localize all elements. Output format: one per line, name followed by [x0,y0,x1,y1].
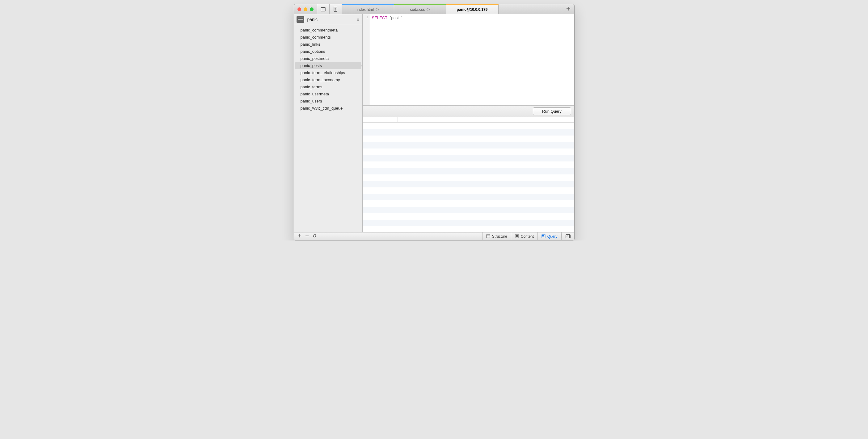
query-tab[interactable]: Query [538,233,562,240]
tab-label: Query [547,234,558,239]
results-row[interactable] [363,168,574,174]
table-item[interactable]: panic_users [295,98,361,105]
results-row[interactable] [363,174,574,181]
table-item[interactable]: panic_comments [295,34,361,41]
results-row[interactable] [363,226,574,232]
results-row[interactable] [363,188,574,194]
sql-editor[interactable]: SELECT `post_` [370,14,574,105]
results-header[interactable] [363,117,574,123]
query-icon [541,234,546,238]
results-row[interactable] [363,129,574,136]
tab-panic-db[interactable]: panic@10.0.0.179 [446,4,499,14]
results-row[interactable] [363,207,574,213]
svg-rect-10 [516,235,518,237]
results-grid[interactable] [363,117,574,232]
table-list[interactable]: panic_commentmetapanic_commentspanic_lin… [294,25,362,232]
window-icon [321,7,326,12]
table-item[interactable]: panic_term_relationships [295,69,361,76]
document-icon [333,7,338,12]
svg-rect-1 [321,7,325,8]
results-row[interactable] [363,136,574,142]
panel-icon [566,234,570,238]
svg-rect-13 [569,235,570,238]
sql-editor-pane: 1 SELECT `post_` [363,14,574,106]
results-row[interactable] [363,220,574,226]
sidebar: panic panic_commentmetapanic_commentspan… [294,14,363,232]
minimize-icon[interactable] [304,7,307,11]
structure-tab[interactable]: Structure [483,233,511,240]
close-icon[interactable] [298,7,301,11]
results-row[interactable] [363,155,574,162]
tab-label: panic@10.0.0.179 [457,7,488,12]
table-item[interactable]: panic_postmeta [295,55,361,62]
status-left [294,234,316,239]
code-mode-button[interactable] [330,4,342,14]
tab-spacer [499,4,574,14]
results-row[interactable] [363,148,574,155]
sql-identifier: post_ [391,15,401,20]
tabs: index.html coda.css panic@10.0.0.179 [342,4,574,14]
tab-index-html[interactable]: index.html [342,4,394,14]
tab-coda-css[interactable]: coda.css [394,4,446,14]
table-item[interactable]: panic_w3tc_cdn_queue [295,105,361,112]
chevron-updown-icon [357,18,360,21]
database-picker[interactable]: panic [294,14,362,25]
zoom-icon[interactable] [310,7,313,11]
app-window: index.html coda.css panic@10.0.0.179 pan… [294,4,575,240]
table-item[interactable]: panic_commentmeta [295,27,361,34]
run-query-button[interactable]: Run Query [533,107,571,115]
tab-bar: index.html coda.css panic@10.0.0.179 [294,4,574,14]
view-mode-toggle [317,4,342,14]
content-icon [515,234,519,238]
toggle-panel-button[interactable] [562,234,574,238]
tab-label: coda.css [410,7,425,12]
content-tab[interactable]: Content [511,233,538,240]
tab-label: Content [521,234,534,239]
structure-icon [486,234,490,238]
results-row[interactable] [363,194,574,200]
table-item[interactable]: panic_terms [295,83,361,91]
table-item[interactable]: panic_usermeta [295,91,361,98]
tab-label: Structure [492,234,507,239]
database-icon [297,16,304,23]
table-item[interactable]: panic_posts [295,62,361,69]
status-bar: Structure Content Query [294,232,574,240]
svg-rect-6 [487,235,490,238]
preview-mode-button[interactable] [317,4,330,14]
view-segmented-control: Structure Content Query [482,233,561,240]
refresh-button[interactable] [313,234,316,239]
results-row[interactable] [363,200,574,207]
results-row[interactable] [363,213,574,220]
results-row[interactable] [363,123,574,129]
new-tab-button[interactable] [566,6,570,12]
database-name: panic [307,17,354,22]
results-row[interactable] [363,142,574,148]
sql-keyword: SELECT [372,15,388,20]
remove-button[interactable] [305,234,309,239]
query-toolbar: Run Query [363,106,574,117]
table-item[interactable]: panic_term_taxonomy [295,76,361,83]
results-row[interactable] [363,162,574,168]
sql-backtick: ` [401,15,402,20]
tab-label: index.html [357,7,374,12]
main: 1 SELECT `post_` Run Query [363,14,574,232]
table-item[interactable]: panic_options [295,48,361,55]
window-controls [294,4,317,14]
line-number: 1 [363,15,370,19]
line-gutter: 1 [363,14,370,105]
body: panic panic_commentmetapanic_commentspan… [294,14,574,232]
results-row[interactable] [363,181,574,188]
table-item[interactable]: panic_links [295,41,361,48]
add-button[interactable] [298,234,302,239]
